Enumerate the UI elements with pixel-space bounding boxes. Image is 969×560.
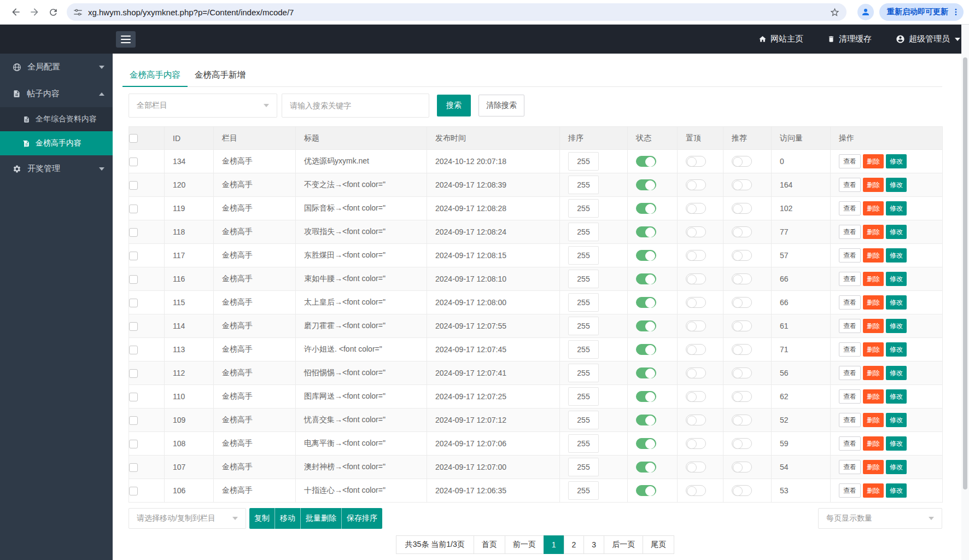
edit-button[interactable]: 修改 xyxy=(886,389,907,404)
sidebar-item-global-config[interactable]: 全局配置 xyxy=(0,54,113,80)
pagination-last[interactable]: 尾页 xyxy=(643,535,674,554)
delete-button[interactable]: 删除 xyxy=(863,389,884,404)
edit-button[interactable]: 修改 xyxy=(886,483,907,498)
top-toggle[interactable] xyxy=(686,250,706,261)
row-checkbox[interactable] xyxy=(129,181,138,190)
row-checkbox[interactable] xyxy=(129,228,138,237)
edit-button[interactable]: 修改 xyxy=(886,413,907,427)
forward-button[interactable] xyxy=(25,3,44,21)
top-toggle[interactable] xyxy=(686,391,706,402)
view-button[interactable]: 查看 xyxy=(839,460,861,474)
sort-input[interactable] xyxy=(568,340,599,359)
view-button[interactable]: 查看 xyxy=(839,154,861,168)
status-toggle[interactable] xyxy=(636,203,656,214)
search-button[interactable]: 搜索 xyxy=(437,95,471,116)
top-toggle[interactable] xyxy=(686,415,706,425)
top-toggle[interactable] xyxy=(686,179,706,190)
topbar-site-home[interactable]: 网站主页 xyxy=(758,34,803,44)
row-checkbox[interactable] xyxy=(129,299,138,307)
sort-input[interactable] xyxy=(568,270,599,288)
status-toggle[interactable] xyxy=(636,179,656,190)
move-button[interactable]: 移动 xyxy=(275,508,300,529)
view-button[interactable]: 查看 xyxy=(839,178,861,192)
delete-button[interactable]: 删除 xyxy=(863,342,884,357)
pagination-first[interactable]: 首页 xyxy=(474,535,505,554)
move-copy-select[interactable]: 请选择移动/复制到栏目 xyxy=(129,508,246,529)
status-toggle[interactable] xyxy=(636,273,656,284)
tab-gold-list-new[interactable]: 金榜高手新增 xyxy=(188,69,253,87)
edit-button[interactable]: 修改 xyxy=(886,225,907,239)
row-checkbox[interactable] xyxy=(129,158,138,166)
recommend-toggle[interactable] xyxy=(732,344,752,355)
sort-input[interactable] xyxy=(568,223,599,241)
topbar-clear-cache[interactable]: 清理缓存 xyxy=(827,34,872,44)
edit-button[interactable]: 修改 xyxy=(886,248,907,262)
row-checkbox[interactable] xyxy=(129,346,138,354)
sort-input[interactable] xyxy=(568,411,599,429)
status-toggle[interactable] xyxy=(636,391,656,402)
select-all-checkbox[interactable] xyxy=(129,134,138,143)
sort-input[interactable] xyxy=(568,458,599,476)
edit-button[interactable]: 修改 xyxy=(886,366,907,380)
scrollbar-thumb[interactable] xyxy=(963,57,967,489)
recommend-toggle[interactable] xyxy=(732,415,752,425)
status-toggle[interactable] xyxy=(636,368,656,378)
row-checkbox[interactable] xyxy=(129,275,138,284)
sort-input[interactable] xyxy=(568,387,599,406)
pagination-next[interactable]: 后一页 xyxy=(604,535,643,554)
pagination-page-3[interactable]: 3 xyxy=(583,535,604,554)
menu-kebab-icon[interactable] xyxy=(952,8,960,16)
recommend-toggle[interactable] xyxy=(732,203,752,214)
browser-update-button[interactable]: 重新启动即可更新 xyxy=(879,3,964,21)
top-toggle[interactable] xyxy=(686,226,706,237)
view-button[interactable]: 查看 xyxy=(839,413,861,427)
status-toggle[interactable] xyxy=(636,297,656,308)
delete-button[interactable]: 删除 xyxy=(863,178,884,192)
recommend-toggle[interactable] xyxy=(732,320,752,331)
bookmark-star-icon[interactable] xyxy=(830,7,840,18)
row-checkbox[interactable] xyxy=(129,440,138,448)
row-checkbox[interactable] xyxy=(129,252,138,260)
status-toggle[interactable] xyxy=(636,462,656,472)
view-button[interactable]: 查看 xyxy=(839,272,861,286)
sort-input[interactable] xyxy=(568,293,599,312)
top-toggle[interactable] xyxy=(686,438,706,449)
recommend-toggle[interactable] xyxy=(732,438,752,449)
top-toggle[interactable] xyxy=(686,320,706,331)
delete-button[interactable]: 删除 xyxy=(863,319,884,333)
tab-gold-list-content[interactable]: 金榜高手内容 xyxy=(122,69,188,87)
clear-search-button[interactable]: 清除搜索 xyxy=(478,95,524,116)
sort-input[interactable] xyxy=(568,246,599,265)
profile-avatar[interactable] xyxy=(857,4,874,20)
pagination-prev[interactable]: 前一页 xyxy=(505,535,544,554)
top-toggle[interactable] xyxy=(686,485,706,496)
view-button[interactable]: 查看 xyxy=(839,295,861,310)
edit-button[interactable]: 修改 xyxy=(886,178,907,192)
recommend-toggle[interactable] xyxy=(732,485,752,496)
sort-input[interactable] xyxy=(568,317,599,335)
view-button[interactable]: 查看 xyxy=(839,248,861,262)
save-sort-button[interactable]: 保存排序 xyxy=(341,508,382,529)
recommend-toggle[interactable] xyxy=(732,156,752,167)
recommend-toggle[interactable] xyxy=(732,250,752,261)
row-checkbox[interactable] xyxy=(129,205,138,213)
status-toggle[interactable] xyxy=(636,485,656,496)
delete-button[interactable]: 删除 xyxy=(863,225,884,239)
delete-button[interactable]: 删除 xyxy=(863,483,884,498)
view-button[interactable]: 查看 xyxy=(839,389,861,404)
view-button[interactable]: 查看 xyxy=(839,366,861,380)
delete-button[interactable]: 删除 xyxy=(863,295,884,310)
row-checkbox[interactable] xyxy=(129,369,138,378)
back-button[interactable] xyxy=(7,3,25,21)
row-checkbox[interactable] xyxy=(129,416,138,425)
top-toggle[interactable] xyxy=(686,368,706,378)
top-toggle[interactable] xyxy=(686,203,706,214)
top-toggle[interactable] xyxy=(686,273,706,284)
view-button[interactable]: 查看 xyxy=(839,225,861,239)
recommend-toggle[interactable] xyxy=(732,368,752,378)
copy-button[interactable]: 复制 xyxy=(249,508,275,529)
view-button[interactable]: 查看 xyxy=(839,483,861,498)
status-toggle[interactable] xyxy=(636,415,656,425)
recommend-toggle[interactable] xyxy=(732,391,752,402)
sort-input[interactable] xyxy=(568,199,599,218)
